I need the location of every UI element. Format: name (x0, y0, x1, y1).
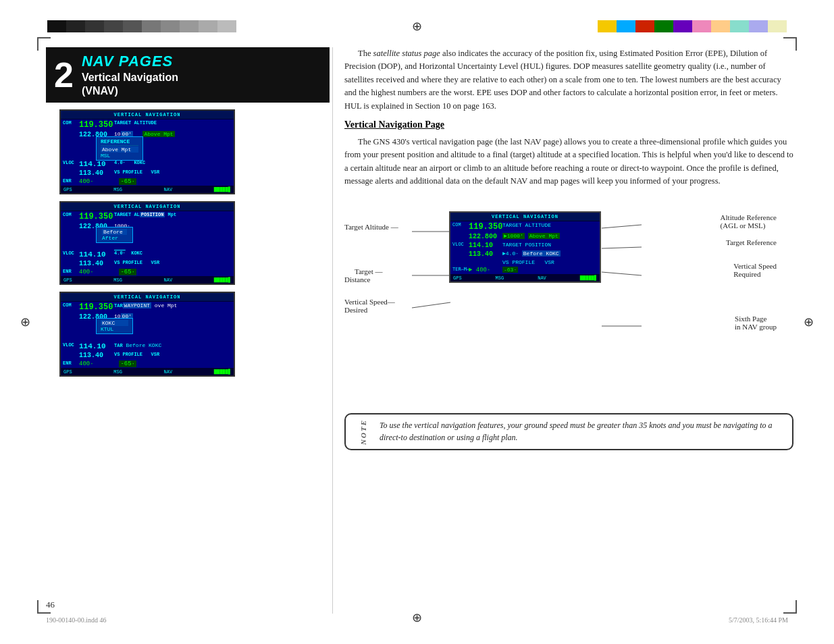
gps2-row-enr: ENR 400· -65· (61, 268, 234, 276)
footer-left: 190-00140-00.indd 46 (46, 616, 106, 624)
corner-mark-br (783, 600, 797, 614)
label-target-distance2: Distance (344, 275, 370, 284)
gps-screen-3: VERTICAL NAVIGATION COM 119.350 TARWAYPO… (59, 292, 330, 377)
reg-mark-top: ⊕ (412, 19, 422, 34)
chapter-title-sub2: (VNAV) (82, 85, 178, 97)
gps-screen-1: VERTICAL NAVIGATION COM 119.350 TARGET A… (59, 109, 330, 194)
gps1-title: VERTICAL NAVIGATION (61, 111, 234, 119)
popup-item-after[interactable]: After (102, 235, 127, 241)
popup-reference-title: REFERENCE (101, 138, 138, 146)
gps1-row-freq4: 113.40 VS PROFILE VSR (61, 169, 234, 178)
svg-line-2 (412, 302, 450, 308)
diagram-gps-screen: VERTICAL NAVIGATION COM 119.350 TARGET A… (449, 211, 601, 283)
column-divider (332, 47, 333, 614)
note-label: NOTE (359, 419, 369, 445)
reg-mark-bottom: ⊕ (412, 610, 422, 625)
page-number: 46 (46, 599, 55, 610)
gps-screen-2: VERTICAL NAVIGATION COM 119.350 TARGET A… (59, 201, 330, 285)
label-target-altitude: Target Altitude — (344, 223, 398, 231)
label-vs-desired: Vertical Speed— (344, 298, 395, 306)
top-bar-right (598, 20, 787, 32)
right-column: The satellite status page also indicates… (344, 47, 793, 450)
gps3-row-enr: ENR 400· -65· (61, 360, 234, 368)
footer-right: 5/7/2003, 5:16:44 PM (729, 616, 788, 624)
popup-item-msl[interactable]: MSL (101, 153, 138, 159)
chapter-header: 2 NAV PAGES Vertical Navigation (VNAV) (46, 47, 330, 103)
chapter-title-block: NAV PAGES Vertical Navigation (VNAV) (82, 53, 178, 97)
gps1-row-vloc: VLOC 114.10 4.0· KOKC (61, 159, 234, 169)
note-box: NOTE To use the vertical navigation feat… (344, 413, 793, 450)
label-vs-required: Vertical SpeedRequired (733, 262, 777, 278)
popup-item-ktul[interactable]: KTUL (101, 326, 128, 332)
top-bar-left (47, 20, 236, 32)
gps3-row-freq2: 122.800 1000' (61, 313, 234, 321)
gps3-row-vloc: VLOC 114.10 TAR Before KOKC (61, 342, 234, 351)
label-target-distance: Target — (355, 267, 383, 275)
label-altitude-ref: Altitude Reference(AGL or MSL) (721, 213, 777, 230)
popup-item-above-mpt[interactable]: Above Mpt (101, 146, 138, 153)
label-target-ref: Target Reference (726, 238, 777, 246)
gps1-row-enr: ENR 400· -65· (61, 178, 234, 186)
gps1-row-freq2: 122.800 1000' Above Mpt (61, 130, 234, 139)
gps3-bottom: GPS MSG NAV █████▊ (61, 368, 234, 375)
reg-mark-right: ⊕ (804, 315, 814, 329)
gps2-row-vloc: VLOC 114.10 4.0· KOKC (61, 250, 234, 259)
left-column: 2 NAV PAGES Vertical Navigation (VNAV) V… (46, 47, 330, 383)
popup-item-kokc[interactable]: KOKC (101, 320, 128, 326)
gps3-row-113: 113.40 VS PROFILE VSR (61, 351, 234, 360)
reg-mark-left: ⊕ (20, 315, 30, 329)
svg-line-5 (602, 272, 642, 275)
svg-line-3 (602, 225, 642, 228)
note-text: To use the vertical navigation features,… (380, 421, 773, 441)
label-vs-desired2: Desired (344, 306, 367, 314)
diagram-area: Target Altitude — Target — Distance Vert… (344, 194, 777, 404)
gps1-row-com: COM 119.350 TARGET ALTITUDE (61, 119, 234, 130)
label-sixth-page: Sixth Pagein NAV group (735, 315, 777, 331)
gps3-row-com: COM 119.350 TARWAYPOINT ove Mpt (61, 302, 234, 313)
body-paragraph: The GNS 430's vertical navigation page (… (344, 136, 793, 188)
gps2-row-com: COM 119.350 TARGET ALPOSITION Mpt (61, 211, 234, 222)
chapter-number: 2 (54, 57, 74, 92)
gps2-row-113: 113.40 VS PROFILE VSR (61, 259, 234, 268)
gps2-title: VERTICAL NAVIGATION (61, 203, 234, 211)
intro-paragraph: The satellite status page also indicates… (344, 47, 793, 113)
popup-item-before[interactable]: Before (102, 229, 127, 235)
chapter-title-main: NAV PAGES (82, 53, 178, 70)
gps3-title: VERTICAL NAVIGATION (61, 293, 234, 302)
svg-line-4 (602, 247, 642, 248)
gps-screens-wrapper: VERTICAL NAVIGATION COM 119.350 TARGET A… (59, 109, 330, 377)
section-heading: Vertical Navigation Page (344, 119, 793, 130)
chapter-title-sub1: Vertical Navigation (82, 72, 178, 84)
gps2-bottom: GPS MSG NAV █████▊ (61, 276, 234, 284)
gps2-row-freq2: 122.800 1000· (61, 222, 234, 231)
gps1-bottom: GPS MSG NAV █████▊ (61, 186, 234, 193)
